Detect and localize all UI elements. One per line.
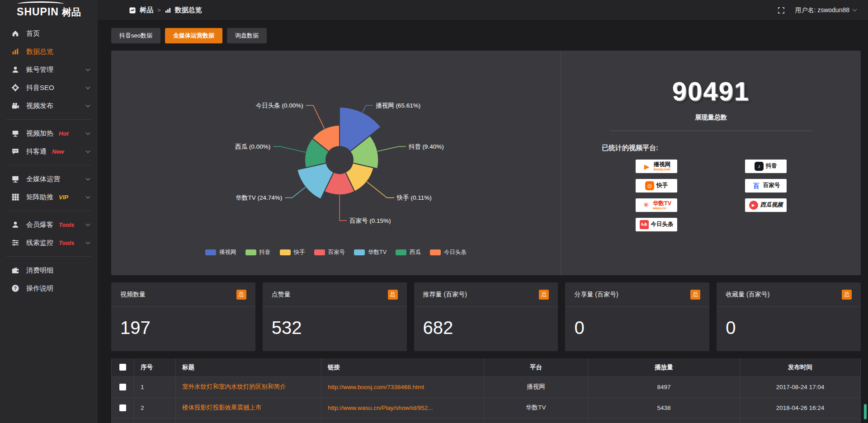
legend-item-抖音[interactable]: 抖音 [245, 249, 271, 256]
stat-title: 推荐量 (百家号) [423, 291, 467, 299]
user-icon [11, 221, 19, 229]
publish-time-cell: 2017-08-24 17:04 [740, 376, 861, 397]
sidebar-divider [6, 211, 91, 211]
toutiao-icon: 头条 [640, 220, 649, 229]
legend-label: 今日头条 [444, 249, 467, 256]
scrollbar-thumb[interactable] [864, 404, 867, 419]
sidebar-item-lead-monitoring[interactable]: 线索监控 Tools [0, 234, 98, 252]
pie-label-line [340, 195, 347, 221]
table-header-row: 序号 标题 链接 平台 播放量 发布时间 [112, 358, 861, 376]
header-platform: 平台 [484, 358, 588, 376]
legend-item-快手[interactable]: 快手 [280, 249, 305, 256]
grid-icon [11, 193, 19, 201]
sidebar-divider [6, 165, 91, 165]
starburst-icon: ✳ [642, 201, 651, 210]
stat-card-recommendations: 推荐量 (百家号)总 682 [414, 282, 558, 351]
sidebar-item-label: 数据总览 [26, 47, 53, 56]
sidebar-item-home[interactable]: 首页 [0, 24, 98, 42]
pie-label: 华数TV (24.74%) [236, 194, 282, 201]
chart-legend: 播视网抖音快手百家号华数TV西瓜今日头条 [205, 249, 467, 256]
platform-cell: 华数TV [484, 397, 588, 418]
logo-text: SHUPIN树品 [17, 6, 81, 19]
video-title-link[interactable]: 楼体投影灯投影效果震撼上市 [182, 404, 321, 412]
platform-name: 抖音 [766, 163, 777, 169]
platform-cell: 播视网 [484, 376, 588, 397]
app-icon [129, 7, 136, 14]
title-cell: 楼体投影灯投影效果震撼上市 [176, 397, 321, 418]
data-tabs: 抖音seo数据 全媒体运营数据 询盘数据 [111, 28, 861, 43]
stat-value: 682 [414, 307, 558, 338]
video-url-link[interactable]: http://www.boosj.com/7338468.html [328, 384, 483, 390]
legend-item-今日头条[interactable]: 今日头条 [430, 249, 467, 256]
platform-subtext: boosj.com [654, 168, 671, 171]
pie-slice-华数TV[interactable] [297, 163, 334, 199]
sidebar-item-label: 全媒体运营 [26, 175, 60, 183]
sidebar-item-douyin-seo[interactable]: 抖音SEO [0, 79, 98, 97]
home-icon [11, 29, 19, 38]
legend-item-播视网[interactable]: 播视网 [205, 249, 236, 256]
sidebar-item-instructions[interactable]: ? 操作说明 [0, 279, 98, 297]
tab-inquiry-data[interactable]: 询盘数据 [227, 28, 267, 43]
row-checkbox[interactable] [119, 404, 126, 411]
tab-douyin-seo-data[interactable]: 抖音seo数据 [111, 28, 160, 43]
breadcrumb-separator: > [157, 7, 161, 14]
sidebar-item-account-management[interactable]: 账号管理 [0, 61, 98, 79]
legend-label: 快手 [294, 249, 305, 256]
plays-cell: 8497 [588, 376, 740, 397]
header-title: 标题 [176, 358, 321, 376]
video-url-link[interactable]: http://www.wasu.cn/Play/show/id/952... [328, 404, 483, 411]
breadcrumb-current: 数据总览 [175, 6, 202, 14]
legend-item-百家号[interactable]: 百家号 [314, 249, 345, 256]
legend-swatch [205, 249, 216, 255]
summary-divider [609, 131, 813, 131]
video-title-link[interactable]: 室外水纹灯和室内水纹灯的区别和简介 [182, 383, 321, 391]
sidebar-item-label: 视频发布 [26, 102, 53, 110]
legend-item-西瓜[interactable]: 西瓜 [396, 249, 421, 256]
monitor-icon [11, 175, 19, 183]
pie-label: 西瓜 (0.00%) [235, 143, 270, 150]
platforms-title: 已统计的视频平台: [602, 144, 861, 152]
sidebar-item-member-baoke[interactable]: 会员爆客 Tools [0, 216, 98, 234]
checkbox-cell [112, 397, 134, 418]
music-note-icon: ♪ [755, 162, 764, 171]
pie-label: 今日头条 (0.00%) [256, 102, 303, 109]
stat-value: 197 [111, 307, 255, 338]
bar-chart-icon [165, 7, 171, 13]
stat-title: 点赞量 [272, 291, 291, 299]
pie-label: 快手 (0.11%) [396, 194, 432, 201]
tab-omnimedia-operation-data[interactable]: 全媒体运营数据 [165, 28, 222, 43]
link-cell: http://www.wasu.cn/Play/show/id/952... [321, 397, 484, 418]
username-label: 用户名: zswodun88 [795, 6, 849, 14]
sidebar-item-video-heating[interactable]: 视频加热 Hot [0, 124, 98, 142]
breadcrumb-root[interactable]: 树品 [140, 6, 153, 14]
user-menu[interactable]: 用户名: zswodun88 [795, 6, 856, 14]
sidebar-item-consumption-details[interactable]: 消费明细 [0, 261, 98, 279]
platform-badge-boshiwang: ▶ 播视网boosj.com [636, 160, 677, 173]
header-publish-time: 发布时间 [740, 358, 861, 376]
sidebar-item-video-publish[interactable]: 视频发布 [0, 97, 98, 115]
table-row: 2 楼体投影灯投影效果震撼上市 http://www.wasu.cn/Play/… [112, 397, 861, 418]
platform-badge-toutiao: 头条 今日头条 [636, 218, 677, 231]
platform-badge-baijiahao: 百 百家号 [745, 179, 787, 193]
index-cell: 2 [134, 397, 176, 418]
fullscreen-icon[interactable] [778, 7, 785, 14]
select-all-checkbox[interactable] [119, 364, 126, 371]
pie-label-line [363, 105, 373, 112]
sidebar-item-matrix-boost[interactable]: 矩阵助推 VIP [0, 188, 98, 206]
sidebar-item-label: 首页 [26, 29, 40, 38]
plays-cell: 5438 [588, 397, 740, 418]
legend-item-华数TV[interactable]: 华数TV [354, 249, 387, 256]
video-camera-icon [11, 102, 19, 110]
sidebar-item-label: 线索监控 [26, 239, 53, 247]
total-badge: 总 [690, 290, 700, 300]
sidebar-item-doukitong[interactable]: 抖客通 New [0, 142, 98, 160]
row-checkbox[interactable] [119, 384, 126, 390]
sidebar-item-data-overview[interactable]: 数据总览 [0, 42, 98, 61]
table-row: 1 室外水纹灯和室内水纹灯的区别和简介 http://www.boosj.com… [112, 376, 861, 397]
hot-badge: Hot [59, 130, 69, 137]
stat-card-favorites: 收藏量 (百家号)总 0 [717, 282, 861, 351]
index-cell: 1 [134, 376, 176, 397]
stat-value: 0 [717, 307, 861, 338]
sidebar-item-omnimedia-operation[interactable]: 全媒体运营 [0, 170, 98, 188]
platform-name: 华数TV [653, 201, 671, 207]
